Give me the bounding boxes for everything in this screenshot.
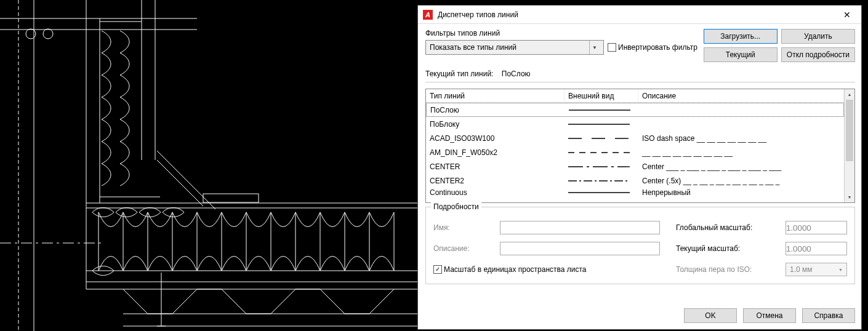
linetype-appearance (565, 178, 638, 184)
cancel-button[interactable]: Отмена (743, 308, 796, 323)
linetype-description: __ __ __ __ __ __ __ __ __ (638, 148, 844, 157)
invert-filter-label: Инвертировать фильтр (618, 43, 697, 52)
linetype-appearance (565, 164, 638, 170)
detail-desc-label: Описание: (433, 244, 495, 253)
details-legend: Подробности (431, 202, 481, 211)
table-row[interactable]: CENTERCenter ___ _ ___ _ ___ _ ___ _ ___… (426, 159, 844, 173)
linetype-name: ПоСлою (427, 106, 565, 114)
linetype-appearance (565, 135, 638, 142)
iso-pen-label: Толщина пера по ISO: (676, 265, 781, 274)
titlebar: A Диспетчер типов линий ✕ (418, 6, 861, 24)
linetype-name: CENTER2 (426, 177, 565, 185)
current-scale-input[interactable] (786, 242, 847, 255)
linetype-appearance (565, 107, 639, 113)
table-row[interactable]: ПоСлою (426, 103, 844, 117)
detail-desc-input[interactable] (500, 242, 660, 255)
details-toggle-button[interactable]: Откл подробности (781, 47, 855, 62)
filter-dropdown[interactable]: Показать все типы линий ▼ (425, 40, 604, 55)
linetype-appearance (565, 189, 638, 196)
linetype-description: ISO dash space __ __ __ __ __ __ __ (638, 134, 844, 143)
col-header-description[interactable]: Описание (638, 89, 844, 102)
iso-pen-select: 1.0 мм ▼ (786, 263, 847, 276)
linetype-manager-dialog: A Диспетчер типов линий ✕ Фильтры типов … (417, 5, 862, 330)
load-button[interactable]: Загрузить... (704, 29, 778, 44)
table-row[interactable]: ContinuousНепрерывный (426, 188, 844, 197)
table-row[interactable]: ACAD_ISO03W100ISO dash space __ __ __ __… (426, 131, 844, 145)
invert-filter-checkbox[interactable]: Инвертировать фильтр (608, 43, 697, 52)
linetype-description: Center ___ _ ___ _ ___ _ ___ _ ___ _ ___ (638, 162, 844, 171)
scroll-down-icon[interactable]: ▼ (845, 192, 854, 202)
linetype-appearance (565, 150, 638, 156)
linetype-appearance (565, 121, 638, 127)
scrollbar[interactable]: ▲ ▼ (844, 89, 854, 202)
ok-button[interactable]: OK (684, 308, 737, 323)
detail-name-label: Имя: (433, 223, 495, 232)
col-header-appearance[interactable]: Внешний вид (565, 89, 638, 102)
linetype-description: Непрерывный (638, 188, 844, 197)
col-header-name[interactable]: Тип линий (426, 89, 565, 102)
linetype-listbox[interactable]: Тип линий Внешний вид Описание ПоСлоюПоБ… (425, 89, 855, 203)
global-scale-input[interactable] (786, 221, 847, 234)
linetype-description: Center (.5x) __ _ __ _ __ _ __ _ __ _ __… (638, 177, 844, 185)
detail-name-input[interactable] (500, 221, 660, 234)
paperspace-units-label: Масштаб в единицах пространства листа (444, 265, 587, 274)
current-linetype-status: Текущий тип линий: ПоСлою (425, 70, 855, 82)
scroll-thumb[interactable] (846, 100, 853, 161)
details-group: Подробности Имя: Глобальный масштаб: Опи… (425, 207, 855, 284)
svg-line-7 (157, 160, 203, 206)
help-button[interactable]: Справка (802, 308, 855, 323)
filters-label: Фильтры типов линий (425, 29, 699, 38)
table-row[interactable]: CENTER2Center (.5x) __ _ __ _ __ _ __ _ … (426, 173, 844, 188)
linetype-name: AM_DIN_F_W050x2 (426, 148, 565, 157)
close-icon[interactable]: ✕ (833, 6, 861, 24)
current-scale-label: Текущий масштаб: (676, 244, 781, 253)
svg-line-8 (157, 151, 215, 209)
filter-selected-text: Показать все типы линий (430, 43, 516, 52)
linetype-name: Continuous (426, 188, 565, 197)
scroll-up-icon[interactable]: ▲ (845, 89, 854, 100)
linetype-name: ACAD_ISO03W100 (426, 134, 565, 143)
table-row[interactable]: ПоБлоку (426, 117, 844, 131)
linetype-name: ПоБлоку (426, 120, 565, 129)
svg-point-19 (26, 29, 36, 39)
table-row[interactable]: AM_DIN_F_W050x2__ __ __ __ __ __ __ __ _… (426, 145, 844, 159)
chevron-down-icon: ▼ (589, 41, 600, 54)
list-header: Тип линий Внешний вид Описание (426, 89, 844, 103)
current-button[interactable]: Текущий (704, 47, 778, 62)
global-scale-label: Глобальный масштаб: (676, 223, 781, 232)
paperspace-units-checkbox[interactable]: ✓Масштаб в единицах пространства листа (433, 265, 587, 274)
delete-button[interactable]: Удалить (781, 29, 855, 44)
dialog-title: Диспетчер типов линий (438, 10, 833, 19)
svg-rect-14 (203, 194, 259, 202)
linetype-name: CENTER (426, 162, 565, 171)
svg-point-20 (43, 29, 53, 39)
app-icon: A (423, 10, 433, 20)
